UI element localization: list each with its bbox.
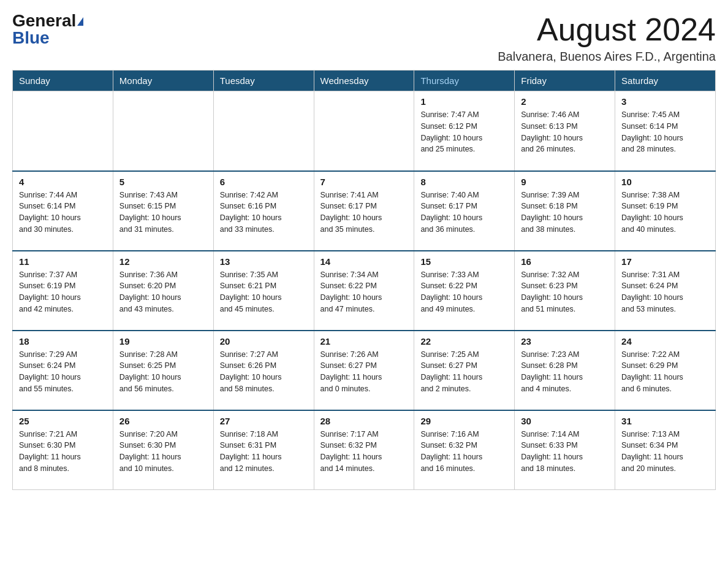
day-info: Sunrise: 7:42 AMSunset: 6:16 PMDaylight:…	[220, 190, 308, 236]
table-row: 9Sunrise: 7:39 AMSunset: 6:18 PMDaylight…	[515, 171, 615, 251]
day-number: 16	[521, 256, 609, 267]
day-number: 24	[621, 336, 709, 347]
day-number: 14	[320, 256, 408, 267]
location-subtitle: Balvanera, Buenos Aires F.D., Argentina	[498, 50, 716, 64]
day-info: Sunrise: 7:25 AMSunset: 6:27 PMDaylight:…	[420, 349, 508, 395]
table-row: 28Sunrise: 7:17 AMSunset: 6:32 PMDayligh…	[314, 410, 414, 490]
day-number: 25	[19, 416, 107, 426]
header-monday: Monday	[113, 71, 213, 91]
table-row: 8Sunrise: 7:40 AMSunset: 6:17 PMDaylight…	[414, 171, 515, 251]
day-info: Sunrise: 7:36 AMSunset: 6:20 PMDaylight:…	[119, 269, 207, 315]
day-info: Sunrise: 7:28 AMSunset: 6:25 PMDaylight:…	[119, 349, 207, 395]
day-info: Sunrise: 7:35 AMSunset: 6:21 PMDaylight:…	[220, 269, 308, 315]
table-row: 12Sunrise: 7:36 AMSunset: 6:20 PMDayligh…	[113, 251, 213, 331]
header-tuesday: Tuesday	[213, 71, 314, 91]
table-row: 15Sunrise: 7:33 AMSunset: 6:22 PMDayligh…	[414, 251, 515, 331]
calendar-week-row: 1Sunrise: 7:47 AMSunset: 6:12 PMDaylight…	[13, 91, 716, 171]
table-row: 2Sunrise: 7:46 AMSunset: 6:13 PMDaylight…	[515, 91, 615, 171]
table-row	[113, 91, 213, 171]
table-row: 31Sunrise: 7:13 AMSunset: 6:34 PMDayligh…	[615, 410, 716, 490]
day-info: Sunrise: 7:27 AMSunset: 6:26 PMDaylight:…	[220, 349, 308, 395]
day-number: 11	[19, 256, 107, 267]
day-info: Sunrise: 7:33 AMSunset: 6:22 PMDaylight:…	[420, 269, 508, 315]
table-row: 25Sunrise: 7:21 AMSunset: 6:30 PMDayligh…	[13, 410, 113, 490]
day-number: 26	[119, 416, 207, 426]
day-number: 10	[621, 177, 709, 187]
month-year-title: August 2024	[498, 12, 716, 47]
table-row: 7Sunrise: 7:41 AMSunset: 6:17 PMDaylight…	[314, 171, 414, 251]
day-info: Sunrise: 7:37 AMSunset: 6:19 PMDaylight:…	[19, 269, 107, 315]
table-row: 23Sunrise: 7:23 AMSunset: 6:28 PMDayligh…	[515, 331, 615, 410]
table-row: 26Sunrise: 7:20 AMSunset: 6:30 PMDayligh…	[113, 410, 213, 490]
day-number: 27	[220, 416, 308, 426]
day-info: Sunrise: 7:14 AMSunset: 6:33 PMDaylight:…	[521, 429, 609, 475]
day-info: Sunrise: 7:39 AMSunset: 6:18 PMDaylight:…	[521, 190, 609, 236]
table-row: 11Sunrise: 7:37 AMSunset: 6:19 PMDayligh…	[13, 251, 113, 331]
day-number: 1	[420, 96, 508, 107]
day-number: 29	[420, 416, 508, 426]
day-number: 23	[521, 336, 609, 347]
day-info: Sunrise: 7:32 AMSunset: 6:23 PMDaylight:…	[521, 269, 609, 315]
table-row	[13, 91, 113, 171]
logo-blue-text: Blue	[12, 28, 50, 47]
day-number: 8	[420, 177, 508, 187]
weekday-header-row: Sunday Monday Tuesday Wednesday Thursday…	[13, 71, 716, 91]
day-info: Sunrise: 7:45 AMSunset: 6:14 PMDaylight:…	[621, 109, 709, 155]
table-row: 17Sunrise: 7:31 AMSunset: 6:24 PMDayligh…	[615, 251, 716, 331]
table-row: 18Sunrise: 7:29 AMSunset: 6:24 PMDayligh…	[13, 331, 113, 410]
page-header: General Blue August 2024 Balvanera, Buen…	[12, 12, 716, 64]
table-row: 3Sunrise: 7:45 AMSunset: 6:14 PMDaylight…	[615, 91, 716, 171]
day-info: Sunrise: 7:17 AMSunset: 6:32 PMDaylight:…	[320, 429, 408, 475]
table-row: 10Sunrise: 7:38 AMSunset: 6:19 PMDayligh…	[615, 171, 716, 251]
day-info: Sunrise: 7:43 AMSunset: 6:15 PMDaylight:…	[119, 190, 207, 236]
logo-general-text: General	[12, 11, 76, 30]
day-number: 30	[521, 416, 609, 426]
table-row: 19Sunrise: 7:28 AMSunset: 6:25 PMDayligh…	[113, 331, 213, 410]
day-info: Sunrise: 7:40 AMSunset: 6:17 PMDaylight:…	[420, 190, 508, 236]
day-info: Sunrise: 7:23 AMSunset: 6:28 PMDaylight:…	[521, 349, 609, 395]
header-saturday: Saturday	[615, 71, 716, 91]
day-number: 6	[220, 177, 308, 187]
day-number: 13	[220, 256, 308, 267]
day-number: 4	[19, 177, 107, 187]
header-sunday: Sunday	[13, 71, 113, 91]
day-number: 18	[19, 336, 107, 347]
day-number: 2	[521, 96, 609, 107]
day-number: 9	[521, 177, 609, 187]
day-number: 7	[320, 177, 408, 187]
calendar-week-row: 18Sunrise: 7:29 AMSunset: 6:24 PMDayligh…	[13, 331, 716, 410]
table-row: 16Sunrise: 7:32 AMSunset: 6:23 PMDayligh…	[515, 251, 615, 331]
table-row: 24Sunrise: 7:22 AMSunset: 6:29 PMDayligh…	[615, 331, 716, 410]
day-number: 12	[119, 256, 207, 267]
table-row: 13Sunrise: 7:35 AMSunset: 6:21 PMDayligh…	[213, 251, 314, 331]
table-row: 1Sunrise: 7:47 AMSunset: 6:12 PMDaylight…	[414, 91, 515, 171]
day-info: Sunrise: 7:29 AMSunset: 6:24 PMDaylight:…	[19, 349, 107, 395]
day-number: 3	[621, 96, 709, 107]
day-info: Sunrise: 7:41 AMSunset: 6:17 PMDaylight:…	[320, 190, 408, 236]
day-number: 22	[420, 336, 508, 347]
table-row: 6Sunrise: 7:42 AMSunset: 6:16 PMDaylight…	[213, 171, 314, 251]
day-info: Sunrise: 7:44 AMSunset: 6:14 PMDaylight:…	[19, 190, 107, 236]
table-row: 21Sunrise: 7:26 AMSunset: 6:27 PMDayligh…	[314, 331, 414, 410]
day-info: Sunrise: 7:47 AMSunset: 6:12 PMDaylight:…	[420, 109, 508, 155]
table-row	[213, 91, 314, 171]
logo: General Blue	[12, 12, 83, 47]
day-info: Sunrise: 7:38 AMSunset: 6:19 PMDaylight:…	[621, 190, 709, 236]
table-row: 22Sunrise: 7:25 AMSunset: 6:27 PMDayligh…	[414, 331, 515, 410]
day-info: Sunrise: 7:26 AMSunset: 6:27 PMDaylight:…	[320, 349, 408, 395]
table-row	[314, 91, 414, 171]
day-number: 28	[320, 416, 408, 426]
day-info: Sunrise: 7:31 AMSunset: 6:24 PMDaylight:…	[621, 269, 709, 315]
table-row: 20Sunrise: 7:27 AMSunset: 6:26 PMDayligh…	[213, 331, 314, 410]
day-number: 17	[621, 256, 709, 267]
day-info: Sunrise: 7:22 AMSunset: 6:29 PMDaylight:…	[621, 349, 709, 395]
day-number: 21	[320, 336, 408, 347]
day-info: Sunrise: 7:46 AMSunset: 6:13 PMDaylight:…	[521, 109, 609, 155]
day-number: 19	[119, 336, 207, 347]
table-row: 30Sunrise: 7:14 AMSunset: 6:33 PMDayligh…	[515, 410, 615, 490]
header-thursday: Thursday	[414, 71, 515, 91]
calendar-week-row: 4Sunrise: 7:44 AMSunset: 6:14 PMDaylight…	[13, 171, 716, 251]
day-info: Sunrise: 7:16 AMSunset: 6:32 PMDaylight:…	[420, 429, 508, 475]
logo-top-row: General	[12, 12, 83, 29]
day-number: 31	[621, 416, 709, 426]
